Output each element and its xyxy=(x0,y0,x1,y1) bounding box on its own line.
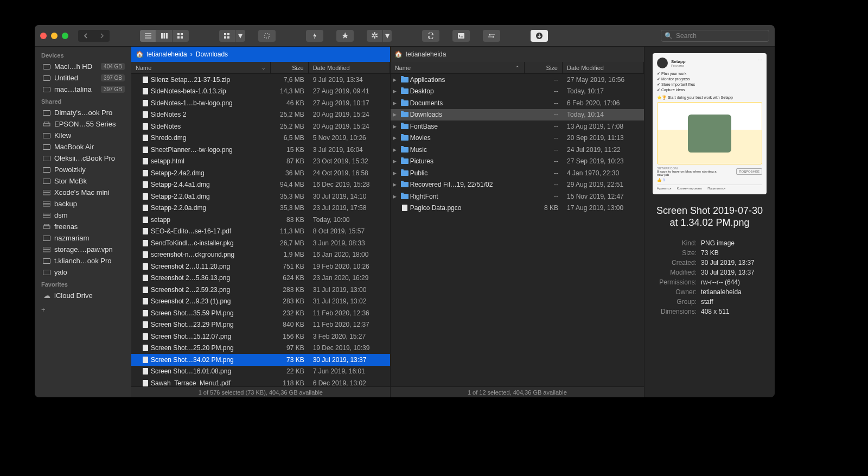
col-name[interactable]: Name⌃ xyxy=(391,62,525,73)
file-row[interactable]: Pagico Data.pgco8 KB17 Aug 2019, 13:00 xyxy=(391,202,644,214)
disclosure-triangle[interactable]: ▶ xyxy=(391,170,399,176)
disclosure-triangle[interactable]: ▶ xyxy=(391,194,399,199)
file-row[interactable]: Screen Shot…34.02 PM.png73 KB30 Jul 2019… xyxy=(131,354,390,366)
file-row[interactable]: ▶Public--4 Jan 1970, 22:30 xyxy=(391,167,644,179)
sidebar-item[interactable]: t.klianch…ook Pro xyxy=(35,255,131,266)
col-date[interactable]: Date Modified xyxy=(309,62,390,73)
filelist-left[interactable]: Silenz Setap…21-37-15.zip7,6 MB9 Jul 201… xyxy=(131,74,390,386)
file-row[interactable]: SideNotes 225,2 MB20 Aug 2019, 15:24 xyxy=(131,109,390,121)
file-row[interactable]: SideNotes25,2 MB20 Aug 2019, 15:24 xyxy=(131,120,390,132)
icon-view-button[interactable] xyxy=(173,30,189,42)
close-button[interactable] xyxy=(40,33,47,39)
file-row[interactable]: Screen Shot…35.59 PM.png232 KB11 Feb 202… xyxy=(131,307,390,319)
file-row[interactable]: ▶Applications--27 May 2019, 16:56 xyxy=(391,74,644,86)
file-row[interactable]: SideNotes-beta-1.0.13.zip14,3 MB27 Aug 2… xyxy=(131,86,390,98)
sidebar-item[interactable]: freenas xyxy=(35,221,131,232)
action-menu[interactable]: ✲ ▾ xyxy=(367,30,392,42)
quick-action-button[interactable] xyxy=(306,30,323,42)
path-segment[interactable]: Downloads xyxy=(196,50,228,58)
sidebar-item[interactable]: storage.…paw.vpn xyxy=(35,244,131,255)
disclosure-triangle[interactable]: ▶ xyxy=(391,147,399,153)
file-row[interactable]: Silenz Setap…21-37-15.zip7,6 MB9 Jul 201… xyxy=(131,74,390,86)
file-row[interactable]: SendToKindl…c-installer.pkg26,7 MB3 Jun … xyxy=(131,237,390,249)
sidebar-item[interactable]: Oleksii…cBook Pro xyxy=(35,153,131,164)
file-row[interactable]: Screen Shot…25.20 PM.png97 KB19 Dec 2019… xyxy=(131,342,390,354)
minimize-button[interactable] xyxy=(51,33,58,39)
file-row[interactable]: Setapp-2.4a2.dmg36 MB24 Oct 2019, 16:58 xyxy=(131,167,390,179)
file-row[interactable]: setapp.html87 KB23 Oct 2019, 15:32 xyxy=(131,156,390,168)
sidebar-add-button[interactable]: + xyxy=(35,301,131,318)
file-row[interactable]: ▶Documents--6 Feb 2020, 17:06 xyxy=(391,97,644,109)
file-row[interactable]: ▶FontBase--13 Aug 2019, 17:08 xyxy=(391,120,644,132)
file-row[interactable]: Screenshot 2…0.11.20.png751 KB19 Feb 202… xyxy=(131,261,390,272)
file-row[interactable]: Setapp-2.2.0a1.dmg35,3 MB30 Jul 2019, 14… xyxy=(131,191,390,202)
file-row[interactable]: ▶Music--24 Jul 2019, 11:22 xyxy=(391,144,644,156)
sidebar-item[interactable]: yalo xyxy=(35,266,131,278)
file-row[interactable]: screenshot-n…ckground.png1,9 MB16 Jan 20… xyxy=(131,249,390,261)
path-segment[interactable]: tetianaleheida xyxy=(146,50,187,58)
sidebar-item[interactable]: Dimaty's…ook Pro xyxy=(35,107,131,118)
arrange-button[interactable] xyxy=(219,30,235,42)
path-segment[interactable]: tetianaleheida xyxy=(406,50,446,58)
preview-thumbnail[interactable]: ⋯ Setapp Реклама ✔ Plan your work✔ Monit… xyxy=(653,53,767,194)
col-date[interactable]: Date Modified xyxy=(563,62,644,73)
sidebar-item[interactable]: Powolzkiy xyxy=(35,164,131,175)
sidebar-item[interactable]: Xcode's Mac mini xyxy=(35,187,131,198)
search-input[interactable]: 🔍 Search xyxy=(661,30,769,42)
favorite-button[interactable]: ★ xyxy=(336,30,354,42)
sidebar-item[interactable]: backup xyxy=(35,198,131,210)
sidebar-item[interactable]: Kilew xyxy=(35,130,131,141)
file-row[interactable]: SideNotes-1…b-tw-logo.png46 KB27 Aug 201… xyxy=(131,97,390,109)
sidebar-item[interactable]: Untitled397 GB xyxy=(35,72,131,84)
filelist-right[interactable]: ▶Applications--27 May 2019, 16:56▶Deskto… xyxy=(391,74,644,386)
sidebar-item[interactable]: ☁iCloud Drive xyxy=(35,290,131,301)
file-row[interactable]: Screen Shot…15.12.07.png156 KB3 Feb 2020… xyxy=(131,331,390,342)
sidebar-item[interactable]: Stor McBk xyxy=(35,175,131,187)
file-row[interactable]: Screen Shot…16.01.08.png22 KB7 Jun 2019,… xyxy=(131,366,390,378)
disclosure-triangle[interactable]: ▶ xyxy=(391,182,399,187)
file-row[interactable]: SEO-&-Edito…se-16-17.pdf11,3 MB8 Oct 201… xyxy=(131,226,390,238)
terminal-button[interactable] xyxy=(452,30,470,42)
disclosure-triangle[interactable]: ▶ xyxy=(391,158,399,164)
file-row[interactable]: Screen Shot…23.29 PM.png840 KB11 Feb 202… xyxy=(131,319,390,331)
back-button[interactable] xyxy=(78,30,93,42)
file-row[interactable]: ▶Desktop--Today, 10:17 xyxy=(391,86,644,98)
tools-button[interactable] xyxy=(483,30,500,42)
file-row[interactable]: ▶Pictures--27 Sep 2019, 10:23 xyxy=(391,156,644,168)
crop-button[interactable] xyxy=(258,30,276,42)
disclosure-triangle[interactable]: ▶ xyxy=(391,100,399,106)
sidebar-item[interactable]: Maci…h HD404 GB xyxy=(35,61,131,72)
gear-icon[interactable]: ✲ xyxy=(367,30,383,42)
pathbar-right[interactable]: 🏠 tetianaleheida xyxy=(391,47,644,62)
file-row[interactable]: Setapp-2.2.0a.dmg35,3 MB23 Jul 2019, 17:… xyxy=(131,202,390,214)
zoom-button[interactable] xyxy=(62,33,68,39)
file-row[interactable]: setapp83 KBToday, 10:00 xyxy=(131,214,390,226)
file-row[interactable]: ▶Downloads--Today, 10:14 xyxy=(391,109,644,121)
forward-button[interactable] xyxy=(94,30,110,42)
file-row[interactable]: Setapp-2.4.4a1.dmg94,4 MB16 Dec 2019, 15… xyxy=(131,179,390,191)
file-row[interactable]: Shredo.dmg6,5 MB5 Nov 2019, 10:26 xyxy=(131,132,390,144)
sidebar-item[interactable]: dsm xyxy=(35,210,131,221)
disclosure-triangle[interactable]: ▶ xyxy=(391,112,399,117)
sidebar-item[interactable]: mac…talina397 GB xyxy=(35,84,131,95)
disclosure-triangle[interactable]: ▶ xyxy=(391,88,399,94)
file-row[interactable]: ▶Movies--20 Sep 2019, 11:13 xyxy=(391,132,644,144)
col-size[interactable]: Size xyxy=(525,62,563,73)
col-name[interactable]: Name⌄ xyxy=(131,62,271,73)
column-view-button[interactable] xyxy=(156,30,173,42)
list-view-button[interactable] xyxy=(140,30,156,42)
file-row[interactable]: Sawah_Terrace_Menu1.pdf118 KB6 Dec 2019,… xyxy=(131,377,390,386)
file-row[interactable]: SheetPlanner…-tw-logo.png15 KB3 Jul 2019… xyxy=(131,144,390,156)
disclosure-triangle[interactable]: ▶ xyxy=(391,124,399,129)
arrange-dropdown[interactable]: ▾ xyxy=(235,30,245,42)
file-row[interactable]: ▶RightFont--15 Nov 2019, 12:47 xyxy=(391,191,644,202)
sidebar-item[interactable]: nazmariam xyxy=(35,232,131,244)
sidebar-item[interactable]: MacBook Air xyxy=(35,141,131,153)
file-row[interactable]: ▶Recovered Fil…19, 22/51/02--29 Aug 2019… xyxy=(391,179,644,191)
col-size[interactable]: Size xyxy=(271,62,309,73)
disclosure-triangle[interactable]: ▶ xyxy=(391,135,399,141)
download-button[interactable] xyxy=(531,30,548,42)
file-row[interactable]: Screenshot 2…5.36.13.png624 KB23 Jan 202… xyxy=(131,272,390,284)
sync-button[interactable] xyxy=(422,30,439,42)
file-row[interactable]: Screenshot 2…2.59.23.png283 KB31 Jul 201… xyxy=(131,284,390,296)
